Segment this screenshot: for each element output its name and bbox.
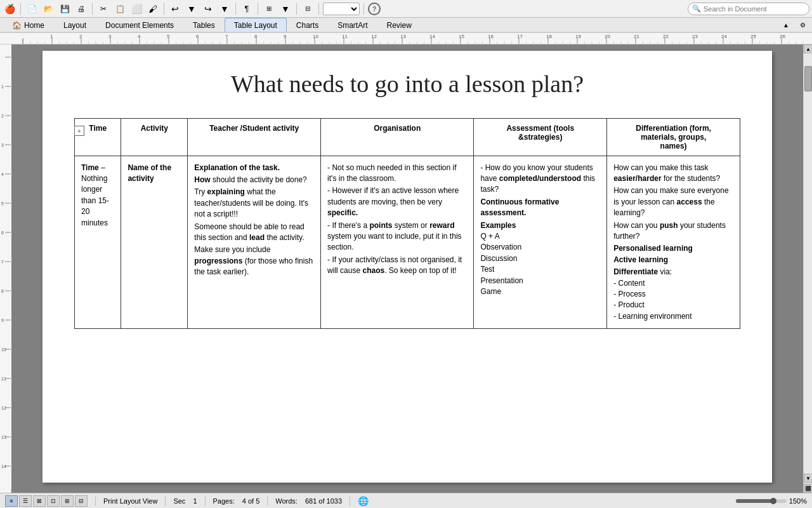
search-container: 🔍 (688, 3, 809, 15)
pages-label: Pages: (213, 497, 235, 505)
svg-text:14: 14 (1, 464, 6, 469)
copy-button[interactable]: 📋 (113, 2, 127, 16)
svg-text:11: 11 (1, 377, 6, 381)
zoom-value: 150% (789, 497, 807, 505)
cut-button[interactable]: ✂ (96, 2, 110, 16)
columns-button[interactable]: ⊟ (301, 2, 315, 16)
paste-button[interactable]: ⬜ (129, 2, 143, 16)
svg-text:9: 9 (1, 318, 4, 323)
tab-review-label: Review (387, 21, 412, 30)
tab-smartart-label: SmartArt (337, 21, 367, 30)
tab-table-layout[interactable]: Table Layout (225, 18, 287, 32)
zoom-slider[interactable] (736, 499, 787, 503)
pilcrow-button[interactable]: ¶ (240, 2, 254, 16)
ribbon-end: ▲ ⚙ (779, 18, 812, 32)
redo-arrow[interactable]: ▼ (218, 2, 232, 16)
language-icon[interactable]: 🌐 (358, 496, 369, 506)
new-button[interactable]: 📄 (25, 2, 39, 16)
ribbon-settings-button[interactable]: ⚙ (796, 18, 809, 32)
teacher-how: How (194, 175, 210, 184)
ribbon-expand-button[interactable]: ▲ (779, 18, 793, 32)
view-web[interactable]: ⊠ (33, 495, 46, 507)
table-header-row: Time Activity Teacher /Student activity … (75, 118, 740, 156)
home-icon: 🏠 (12, 21, 22, 30)
teacher-explaining: explaining (207, 187, 245, 196)
view-arrow[interactable]: ▼ (278, 2, 292, 16)
svg-text:9: 9 (284, 34, 287, 39)
sep7 (318, 3, 319, 15)
tab-tables[interactable]: Tables (183, 18, 225, 32)
ruler-vert-svg: /* handled below */ 1234567891011121314 (0, 44, 11, 489)
view-full[interactable]: ⊞ (61, 495, 74, 507)
sep-status1 (95, 497, 96, 505)
tab-review[interactable]: Review (377, 18, 421, 32)
save-button[interactable]: 💾 (58, 2, 72, 16)
ruler-svg: 1234567891011121314151617181920212223242… (11, 33, 812, 44)
view-toggle[interactable]: ⊞ (262, 2, 276, 16)
help-button[interactable]: ? (368, 3, 381, 15)
svg-text:26: 26 (780, 34, 785, 39)
cell-org: - Not so much needed in this section if … (321, 156, 474, 328)
view-print-layout[interactable]: ≡ (5, 495, 18, 507)
search-input[interactable] (704, 5, 805, 13)
scroll-track[interactable] (804, 53, 812, 474)
open-button[interactable]: 📂 (41, 2, 55, 16)
svg-text:14: 14 (429, 34, 435, 39)
table-row: Time – Nothing longer than 15-20 minutes… (75, 156, 740, 328)
document-area[interactable]: + What needs to go into a lesson plan? T… (11, 44, 803, 493)
zoom-slider-thumb[interactable] (770, 498, 776, 504)
view-label: Print Layout View (103, 497, 157, 505)
svg-text:6: 6 (196, 34, 199, 39)
words-value: 681 of 1033 (305, 497, 342, 505)
svg-text:4: 4 (138, 34, 141, 39)
undo-button[interactable]: ↩ (168, 2, 182, 16)
svg-text:11: 11 (342, 34, 348, 39)
svg-text:24: 24 (721, 34, 727, 39)
svg-rect-136 (0, 44, 11, 489)
svg-text:23: 23 (692, 34, 698, 39)
tab-document-elements[interactable]: Document Elements (96, 18, 183, 32)
tab-charts[interactable]: Charts (287, 18, 328, 32)
svg-text:12: 12 (1, 406, 6, 410)
undo-arrow[interactable]: ▼ (185, 2, 199, 16)
svg-text:1: 1 (1, 84, 4, 89)
view-side[interactable]: ⊟ (75, 495, 88, 507)
svg-text:3: 3 (108, 34, 112, 39)
app-menu-button[interactable]: 🍎 (3, 2, 16, 16)
search-icon: 🔍 (692, 4, 701, 13)
svg-text:7: 7 (225, 34, 228, 39)
teacher-progressions: progressions (194, 257, 242, 265)
print-button[interactable]: 🖨 (74, 2, 88, 16)
teacher-lead: lead (249, 233, 265, 242)
scrollbar-vertical[interactable]: ▲ ▼ ⬛ (803, 44, 812, 493)
scroll-down-button[interactable]: ▼ (804, 474, 812, 483)
tab-smartart[interactable]: SmartArt (328, 18, 377, 32)
redo-button[interactable]: ↪ (201, 2, 215, 16)
cell-assess: - How do you know your students have com… (474, 156, 607, 328)
svg-text:7: 7 (1, 260, 4, 264)
tab-home[interactable]: 🏠 Home (3, 18, 54, 32)
assess-completed: completed/understood (499, 174, 581, 183)
svg-text:22: 22 (663, 34, 669, 39)
view-outline[interactable]: ☰ (19, 495, 32, 507)
words-label: Words: (275, 497, 298, 505)
lesson-plan-table: Time Activity Teacher /Student activity … (74, 118, 740, 329)
tab-layout[interactable]: Layout (54, 18, 96, 32)
table-move-handle[interactable]: + (74, 126, 84, 136)
cell-activity: Name of the activity (121, 156, 188, 328)
scroll-thumb[interactable] (804, 66, 812, 91)
header-org: Organisation (321, 118, 474, 156)
section-num: 1 (193, 497, 197, 505)
svg-text:2: 2 (1, 114, 4, 118)
svg-text:18: 18 (546, 34, 552, 39)
scroll-up-button[interactable]: ▲ (804, 44, 812, 53)
main-area: /* handled below */ 1234567891011121314 … (0, 44, 812, 493)
zoom-select[interactable]: 150% (323, 3, 360, 15)
sep-status3 (205, 497, 206, 505)
format-paint-button[interactable]: 🖌 (146, 2, 160, 16)
view-focus[interactable]: ⊡ (47, 495, 60, 507)
svg-text:3: 3 (1, 143, 4, 147)
scroll-split-button[interactable]: ⬛ (804, 484, 812, 493)
assess-formative: Continuous formative assessment. (480, 197, 559, 217)
assess-examples: Examples (480, 221, 516, 230)
